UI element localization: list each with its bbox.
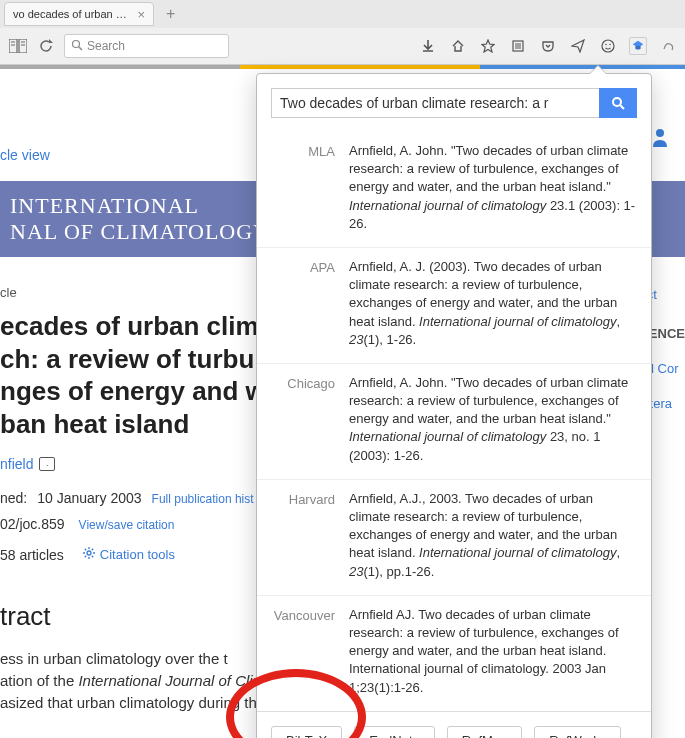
send-icon[interactable] [569, 37, 587, 55]
export-endnote-button[interactable]: EndNote [354, 726, 435, 738]
view-save-citation-link[interactable]: View/save citation [79, 518, 175, 532]
svg-rect-1 [19, 39, 27, 53]
published-date: 10 January 2003 [37, 490, 141, 506]
author-name[interactable]: nfield [0, 456, 33, 472]
downloads-icon[interactable] [419, 37, 437, 55]
profile-icon[interactable] [651, 127, 669, 151]
svg-line-18 [620, 105, 624, 109]
search-icon [71, 39, 83, 54]
citation-item-chicago[interactable]: ChicagoArnfield, A. John. "Two decades o… [257, 364, 651, 480]
mail-icon[interactable] [39, 457, 55, 471]
export-refman-button[interactable]: RefMan [447, 726, 523, 738]
reload-icon[interactable] [36, 36, 56, 56]
svg-point-17 [613, 98, 621, 106]
export-refworks-button[interactable]: RefWorks [534, 726, 621, 738]
home-icon[interactable] [449, 37, 467, 55]
svg-point-16 [87, 551, 91, 555]
citation-item-harvard[interactable]: HarvardArnfield, A.J., 2003. Two decades… [257, 480, 651, 596]
svg-point-15 [656, 129, 664, 137]
published-label: ned: [0, 490, 27, 506]
url-search-box[interactable]: Search [64, 34, 229, 58]
new-tab-button[interactable]: + [160, 5, 181, 23]
search-placeholder: Search [87, 39, 125, 53]
pub-history-link[interactable]: Full publication hist [152, 492, 254, 506]
browser-tab[interactable]: vo decades of urban clim... × [4, 2, 154, 26]
smile-icon[interactable] [599, 37, 617, 55]
svg-point-6 [73, 40, 80, 47]
doi-value: 02/joc.859 [0, 516, 65, 532]
scholar-citation-popup: MLAArnfield, A. John. "Two decades of ur… [256, 73, 652, 738]
svg-point-12 [602, 40, 614, 52]
svg-point-14 [609, 44, 611, 46]
extension-misc-icon[interactable] [659, 37, 677, 55]
bookmark-star-icon[interactable] [479, 37, 497, 55]
citation-text: Arnfield, A.J., 2003. Two decades of urb… [349, 490, 637, 581]
citation-item-mla[interactable]: MLAArnfield, A. John. "Two decades of ur… [257, 132, 651, 248]
citation-item-vancouver[interactable]: VancouverArnfield AJ. Two decades of urb… [257, 596, 651, 712]
pocket-icon[interactable] [539, 37, 557, 55]
tab-title: vo decades of urban clim... [13, 8, 131, 20]
citation-style-label: MLA [271, 142, 335, 233]
citation-item-apa[interactable]: APAArnfield, A. J. (2003). Two decades o… [257, 248, 651, 364]
popup-search-input[interactable] [271, 88, 599, 118]
svg-line-7 [79, 47, 82, 50]
citation-text: Arnfield, A. John. "Two decades of urban… [349, 142, 637, 233]
citation-text: Arnfield, A. John. "Two decades of urban… [349, 374, 637, 465]
citation-text: Arnfield AJ. Two decades of urban climat… [349, 606, 637, 697]
svg-rect-0 [9, 39, 17, 53]
reader-mode-icon[interactable] [8, 36, 28, 56]
citation-style-label: APA [271, 258, 335, 349]
svg-point-13 [605, 44, 607, 46]
cited-by-count[interactable]: 58 articles [0, 547, 64, 563]
gear-icon [82, 546, 96, 563]
citation-tools-link[interactable]: Citation tools [100, 547, 175, 562]
export-bibtex-button[interactable]: BibTeX [271, 726, 342, 738]
citation-style-label: Harvard [271, 490, 335, 581]
popup-search-button[interactable] [599, 88, 637, 118]
citation-style-label: Chicago [271, 374, 335, 465]
close-tab-icon[interactable]: × [137, 7, 145, 22]
extension-scholar-icon[interactable] [629, 37, 647, 55]
citation-text: Arnfield, A. J. (2003). Two decades of u… [349, 258, 637, 349]
citation-style-label: Vancouver [271, 606, 335, 697]
list-icon[interactable] [509, 37, 527, 55]
